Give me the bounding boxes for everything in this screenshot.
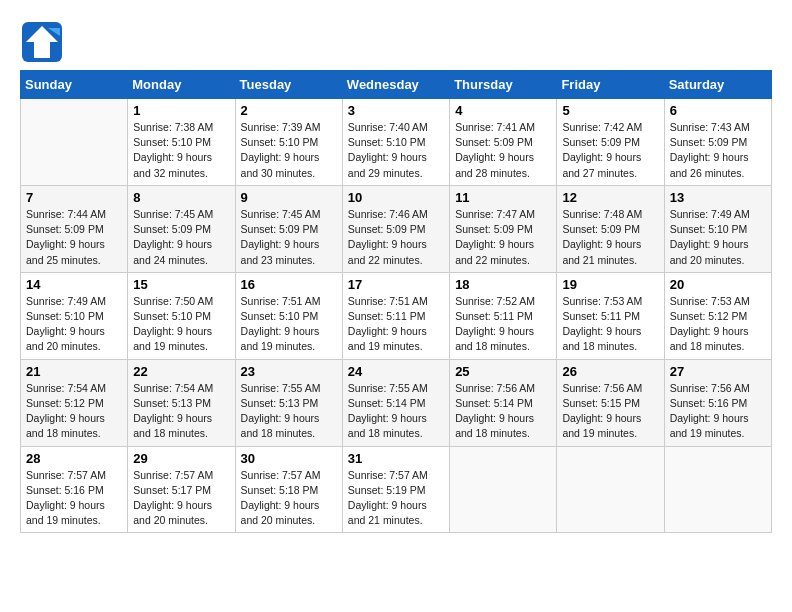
day-info: Sunrise: 7:43 AM Sunset: 5:09 PM Dayligh… [670, 120, 766, 181]
day-number: 30 [241, 451, 337, 466]
calendar-cell: 20Sunrise: 7:53 AM Sunset: 5:12 PM Dayli… [664, 272, 771, 359]
weekday-header: Monday [128, 71, 235, 99]
day-number: 26 [562, 364, 658, 379]
calendar-cell: 4Sunrise: 7:41 AM Sunset: 5:09 PM Daylig… [450, 99, 557, 186]
calendar-cell: 28Sunrise: 7:57 AM Sunset: 5:16 PM Dayli… [21, 446, 128, 533]
calendar-cell: 5Sunrise: 7:42 AM Sunset: 5:09 PM Daylig… [557, 99, 664, 186]
day-info: Sunrise: 7:54 AM Sunset: 5:12 PM Dayligh… [26, 381, 122, 442]
calendar-week: 14Sunrise: 7:49 AM Sunset: 5:10 PM Dayli… [21, 272, 772, 359]
calendar-cell: 24Sunrise: 7:55 AM Sunset: 5:14 PM Dayli… [342, 359, 449, 446]
day-info: Sunrise: 7:49 AM Sunset: 5:10 PM Dayligh… [26, 294, 122, 355]
calendar-cell: 7Sunrise: 7:44 AM Sunset: 5:09 PM Daylig… [21, 185, 128, 272]
day-number: 25 [455, 364, 551, 379]
calendar-cell: 11Sunrise: 7:47 AM Sunset: 5:09 PM Dayli… [450, 185, 557, 272]
day-info: Sunrise: 7:45 AM Sunset: 5:09 PM Dayligh… [133, 207, 229, 268]
weekday-header: Wednesday [342, 71, 449, 99]
day-info: Sunrise: 7:57 AM Sunset: 5:18 PM Dayligh… [241, 468, 337, 529]
day-info: Sunrise: 7:55 AM Sunset: 5:13 PM Dayligh… [241, 381, 337, 442]
calendar-week: 7Sunrise: 7:44 AM Sunset: 5:09 PM Daylig… [21, 185, 772, 272]
day-info: Sunrise: 7:49 AM Sunset: 5:10 PM Dayligh… [670, 207, 766, 268]
day-number: 3 [348, 103, 444, 118]
calendar-cell: 31Sunrise: 7:57 AM Sunset: 5:19 PM Dayli… [342, 446, 449, 533]
day-info: Sunrise: 7:50 AM Sunset: 5:10 PM Dayligh… [133, 294, 229, 355]
calendar-cell: 17Sunrise: 7:51 AM Sunset: 5:11 PM Dayli… [342, 272, 449, 359]
calendar-cell: 23Sunrise: 7:55 AM Sunset: 5:13 PM Dayli… [235, 359, 342, 446]
day-info: Sunrise: 7:53 AM Sunset: 5:11 PM Dayligh… [562, 294, 658, 355]
day-info: Sunrise: 7:54 AM Sunset: 5:13 PM Dayligh… [133, 381, 229, 442]
day-number: 6 [670, 103, 766, 118]
weekday-header: Friday [557, 71, 664, 99]
day-number: 5 [562, 103, 658, 118]
calendar-week: 28Sunrise: 7:57 AM Sunset: 5:16 PM Dayli… [21, 446, 772, 533]
day-info: Sunrise: 7:56 AM Sunset: 5:16 PM Dayligh… [670, 381, 766, 442]
calendar-cell: 30Sunrise: 7:57 AM Sunset: 5:18 PM Dayli… [235, 446, 342, 533]
day-info: Sunrise: 7:52 AM Sunset: 5:11 PM Dayligh… [455, 294, 551, 355]
logo-icon [20, 20, 60, 60]
calendar-cell: 1Sunrise: 7:38 AM Sunset: 5:10 PM Daylig… [128, 99, 235, 186]
day-number: 8 [133, 190, 229, 205]
calendar-cell: 14Sunrise: 7:49 AM Sunset: 5:10 PM Dayli… [21, 272, 128, 359]
day-info: Sunrise: 7:48 AM Sunset: 5:09 PM Dayligh… [562, 207, 658, 268]
calendar-cell: 10Sunrise: 7:46 AM Sunset: 5:09 PM Dayli… [342, 185, 449, 272]
day-number: 2 [241, 103, 337, 118]
calendar-cell: 2Sunrise: 7:39 AM Sunset: 5:10 PM Daylig… [235, 99, 342, 186]
day-info: Sunrise: 7:56 AM Sunset: 5:15 PM Dayligh… [562, 381, 658, 442]
calendar-cell: 26Sunrise: 7:56 AM Sunset: 5:15 PM Dayli… [557, 359, 664, 446]
calendar-cell: 19Sunrise: 7:53 AM Sunset: 5:11 PM Dayli… [557, 272, 664, 359]
day-number: 9 [241, 190, 337, 205]
calendar-week: 21Sunrise: 7:54 AM Sunset: 5:12 PM Dayli… [21, 359, 772, 446]
day-number: 22 [133, 364, 229, 379]
day-info: Sunrise: 7:57 AM Sunset: 5:16 PM Dayligh… [26, 468, 122, 529]
calendar-cell: 21Sunrise: 7:54 AM Sunset: 5:12 PM Dayli… [21, 359, 128, 446]
calendar-cell: 8Sunrise: 7:45 AM Sunset: 5:09 PM Daylig… [128, 185, 235, 272]
day-number: 24 [348, 364, 444, 379]
day-info: Sunrise: 7:55 AM Sunset: 5:14 PM Dayligh… [348, 381, 444, 442]
calendar-cell: 15Sunrise: 7:50 AM Sunset: 5:10 PM Dayli… [128, 272, 235, 359]
day-number: 7 [26, 190, 122, 205]
calendar-cell: 12Sunrise: 7:48 AM Sunset: 5:09 PM Dayli… [557, 185, 664, 272]
calendar-cell [664, 446, 771, 533]
weekday-header: Tuesday [235, 71, 342, 99]
day-info: Sunrise: 7:53 AM Sunset: 5:12 PM Dayligh… [670, 294, 766, 355]
calendar-cell [450, 446, 557, 533]
day-info: Sunrise: 7:40 AM Sunset: 5:10 PM Dayligh… [348, 120, 444, 181]
day-info: Sunrise: 7:45 AM Sunset: 5:09 PM Dayligh… [241, 207, 337, 268]
day-number: 10 [348, 190, 444, 205]
day-number: 21 [26, 364, 122, 379]
day-info: Sunrise: 7:51 AM Sunset: 5:11 PM Dayligh… [348, 294, 444, 355]
calendar-cell: 3Sunrise: 7:40 AM Sunset: 5:10 PM Daylig… [342, 99, 449, 186]
weekday-header: Thursday [450, 71, 557, 99]
day-info: Sunrise: 7:57 AM Sunset: 5:17 PM Dayligh… [133, 468, 229, 529]
page-header [20, 20, 772, 60]
calendar-cell [557, 446, 664, 533]
day-info: Sunrise: 7:51 AM Sunset: 5:10 PM Dayligh… [241, 294, 337, 355]
day-number: 28 [26, 451, 122, 466]
weekday-header: Sunday [21, 71, 128, 99]
calendar: SundayMondayTuesdayWednesdayThursdayFrid… [20, 70, 772, 533]
day-number: 20 [670, 277, 766, 292]
calendar-week: 1Sunrise: 7:38 AM Sunset: 5:10 PM Daylig… [21, 99, 772, 186]
logo [20, 20, 64, 60]
weekday-header: Saturday [664, 71, 771, 99]
day-number: 16 [241, 277, 337, 292]
calendar-cell: 9Sunrise: 7:45 AM Sunset: 5:09 PM Daylig… [235, 185, 342, 272]
day-number: 19 [562, 277, 658, 292]
day-number: 13 [670, 190, 766, 205]
calendar-cell: 13Sunrise: 7:49 AM Sunset: 5:10 PM Dayli… [664, 185, 771, 272]
day-number: 27 [670, 364, 766, 379]
day-info: Sunrise: 7:44 AM Sunset: 5:09 PM Dayligh… [26, 207, 122, 268]
calendar-cell: 18Sunrise: 7:52 AM Sunset: 5:11 PM Dayli… [450, 272, 557, 359]
day-info: Sunrise: 7:57 AM Sunset: 5:19 PM Dayligh… [348, 468, 444, 529]
calendar-cell: 6Sunrise: 7:43 AM Sunset: 5:09 PM Daylig… [664, 99, 771, 186]
day-number: 15 [133, 277, 229, 292]
day-number: 31 [348, 451, 444, 466]
day-info: Sunrise: 7:39 AM Sunset: 5:10 PM Dayligh… [241, 120, 337, 181]
day-info: Sunrise: 7:38 AM Sunset: 5:10 PM Dayligh… [133, 120, 229, 181]
day-info: Sunrise: 7:41 AM Sunset: 5:09 PM Dayligh… [455, 120, 551, 181]
calendar-cell [21, 99, 128, 186]
day-info: Sunrise: 7:46 AM Sunset: 5:09 PM Dayligh… [348, 207, 444, 268]
calendar-cell: 22Sunrise: 7:54 AM Sunset: 5:13 PM Dayli… [128, 359, 235, 446]
day-number: 1 [133, 103, 229, 118]
day-number: 18 [455, 277, 551, 292]
calendar-cell: 29Sunrise: 7:57 AM Sunset: 5:17 PM Dayli… [128, 446, 235, 533]
